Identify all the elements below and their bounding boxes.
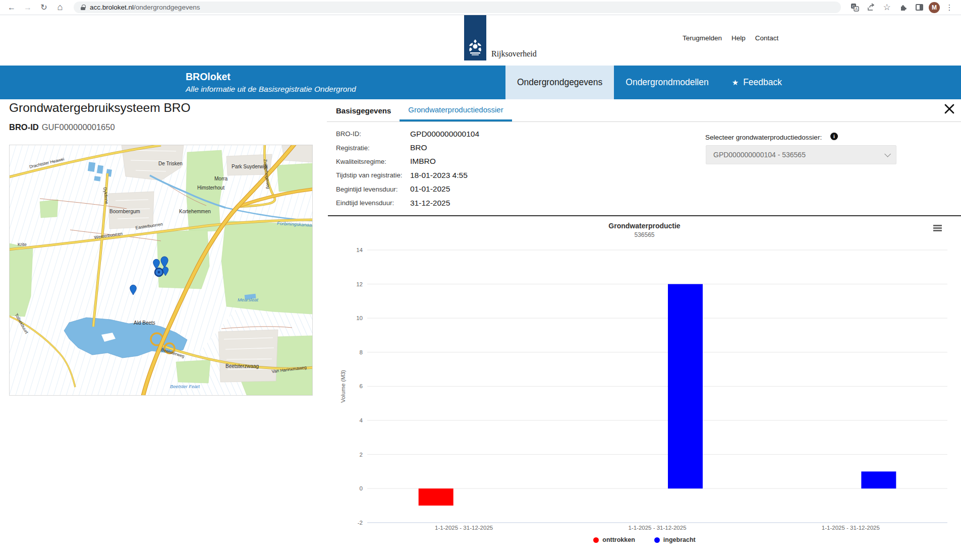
y-tick-label: 4 [360, 417, 363, 423]
page-title: Grondwatergebruiksysteem BRO [9, 101, 190, 115]
panel-divider [328, 215, 961, 216]
government-header: Rijksoverheid Terugmelden Help Contact [0, 15, 961, 66]
bar-ingebracht[interactable] [861, 471, 896, 488]
translate-icon[interactable]: GA [848, 1, 861, 14]
link-help[interactable]: Help [731, 34, 746, 42]
link-contact[interactable]: Contact [755, 34, 779, 42]
link-terugmelden[interactable]: Terugmelden [683, 34, 722, 42]
chart-menu-icon[interactable] [933, 225, 942, 232]
map[interactable]: Drachtster Heawei De Trisken Zuiderhogew… [9, 145, 313, 396]
y-tick-label: -2 [358, 520, 363, 526]
info-icon[interactable]: i [830, 133, 838, 140]
close-icon[interactable] [943, 103, 957, 117]
chart-legend: onttrokkeningebracht [328, 536, 961, 543]
browser-menu-icon[interactable]: ⋮ [943, 1, 956, 14]
y-tick-label: 0 [360, 485, 363, 491]
profile-avatar[interactable]: M [929, 2, 940, 13]
svg-text:A: A [855, 7, 858, 11]
main-navbar: BROloket Alle informatie uit de Basisreg… [0, 66, 961, 99]
nav-tab-ondergrondmodellen[interactable]: Ondergrondmodellen [614, 66, 720, 99]
bar-onttrokken[interactable] [419, 488, 454, 506]
legend-item-ingebracht[interactable]: ingebracht [654, 536, 696, 543]
url-path: /ondergrondgegevens [134, 4, 200, 11]
lock-icon[interactable] [81, 5, 85, 10]
header-links: Terugmelden Help Contact [683, 34, 778, 42]
y-tick-label: 8 [360, 349, 363, 355]
rijksoverheid-wordmark: Rijksoverheid [491, 49, 537, 58]
legend-dot [654, 537, 660, 543]
tabs-separator [327, 121, 961, 122]
feedback-star-icon: ★ [732, 78, 739, 87]
x-category-label: 1-1-2025 - 31-12-2025 [628, 525, 686, 531]
map-place-label: Ald Beets [134, 320, 155, 326]
y-tick-label: 12 [356, 281, 363, 287]
map-place-label: Boornbergum [109, 209, 140, 214]
extensions-puzzle-icon[interactable] [896, 1, 910, 14]
brand-subtitle: Alle informatie uit de Basisregistratie … [186, 85, 356, 94]
legend-dot [593, 537, 599, 543]
map-place-label: Park Suyderwijk [232, 164, 268, 169]
legend-label: ingebracht [663, 536, 696, 543]
panel-tabs: Basisgegevens Grondwaterproductiedossier [327, 99, 512, 121]
x-category-label: 1-1-2025 - 31-12-2025 [435, 525, 493, 531]
detail-row: Tijdstip van registratie:18-01-2023 4:55 [336, 168, 479, 182]
brand[interactable]: BROloket Alle informatie uit de Basisreg… [186, 71, 356, 94]
bro-id-line: BRO-IDGUF000000001650 [9, 122, 115, 132]
tab-grondwaterproductiedossier[interactable]: Grondwaterproductiedossier [400, 99, 512, 121]
map-road-label: Krite [18, 242, 27, 247]
chart-title: Grondwaterproductie [328, 222, 961, 230]
nav-tab-ondergrondgegevens[interactable]: Ondergrondgegevens [505, 66, 614, 99]
map-place-label: Beetsterzwaag [225, 363, 259, 369]
brand-title: BROloket [186, 71, 356, 83]
detail-row: BRO-ID:GPD000000000104 [336, 127, 479, 141]
share-icon[interactable] [864, 1, 877, 14]
dossier-select[interactable]: GPD000000000104 - 536565 [706, 145, 896, 164]
map-place-label: Kortehemmen [179, 209, 211, 214]
map-water-label: Mearsleat [238, 297, 258, 302]
map-place-label: Himsterhout [197, 185, 224, 191]
map-place-label: De Trisken [158, 161, 183, 166]
browser-toolbar: ← → ↻ ⌂ acc.broloket.nl/ondergrondgegeve… [0, 0, 961, 15]
y-tick-label: 10 [356, 315, 363, 321]
details-list: BRO-ID:GPD000000000104 Registratie:BRO K… [336, 127, 479, 210]
legend-item-onttrokken[interactable]: onttrokken [593, 536, 635, 543]
y-tick-label: 6 [360, 383, 363, 389]
address-bar[interactable]: acc.broloket.nl/ondergrondgegevens [74, 2, 841, 13]
x-category-label: 1-1-2025 - 31-12-2025 [822, 525, 880, 531]
dossier-select-value: GPD000000000104 - 536565 [713, 151, 806, 159]
map-place-label: Morra [214, 176, 228, 181]
map-water-label: Beetster Feart [170, 384, 200, 389]
y-tick-label: 2 [360, 452, 363, 458]
url-domain: acc.broloket.nl [90, 4, 134, 11]
production-chart: Grondwaterproductie 536565 14121086420-2… [328, 217, 961, 560]
side-panel-icon[interactable] [913, 1, 926, 14]
chart-plot: 14121086420-21-1-2025 - 31-12-20251-1-20… [328, 217, 961, 560]
home-icon[interactable]: ⌂ [53, 1, 67, 14]
bar-ingebracht[interactable] [668, 284, 703, 489]
y-tick-label: 14 [356, 247, 363, 253]
bro-id-label: BRO-ID [9, 122, 39, 132]
detail-row: Registratie:BRO [336, 141, 479, 154]
reload-icon[interactable]: ↻ [37, 1, 50, 14]
back-icon[interactable]: ← [5, 1, 18, 14]
y-axis-title: Volume (M3) [340, 370, 346, 403]
detail-row: Kwaliteitsregime:IMBRO [336, 155, 479, 168]
detail-row: Begintijd levensduur:01-01-2025 [336, 182, 479, 196]
dossier-select-label: Selecteer grondwaterproductiedossier: [705, 134, 822, 141]
chevron-down-icon [884, 151, 891, 157]
bookmark-star-icon[interactable]: ☆ [880, 1, 893, 14]
forward-icon[interactable]: → [21, 1, 34, 14]
legend-label: onttrokken [602, 536, 635, 543]
nav-tab-feedback[interactable]: ★ Feedback [720, 66, 794, 99]
nav-tabs: Ondergrondgegevens Ondergrondmodellen ★ … [505, 66, 794, 99]
rijksoverheid-logo [464, 15, 486, 60]
detail-row: Eindtijd levensduur:31-12-2025 [336, 196, 479, 210]
chart-subtitle: 536565 [328, 231, 961, 238]
tab-basisgegevens[interactable]: Basisgegevens [327, 99, 400, 121]
bro-id-value: GUF000000001650 [42, 122, 115, 132]
